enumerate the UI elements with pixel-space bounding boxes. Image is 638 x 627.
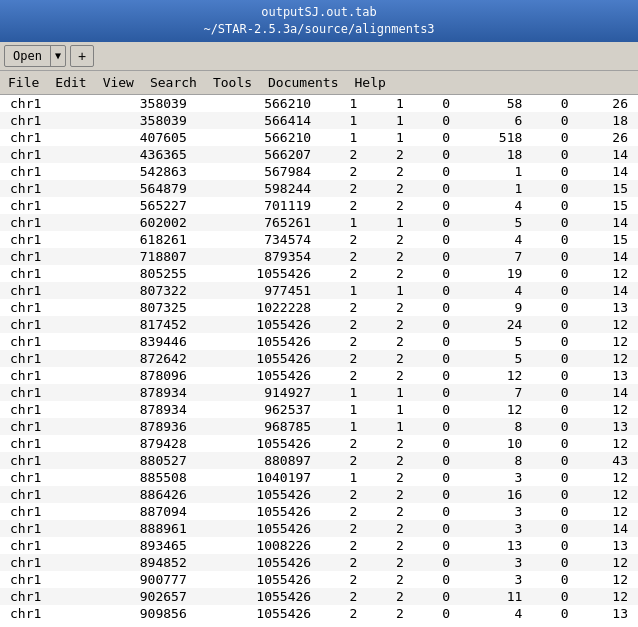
table-cell: chr1 (0, 129, 85, 146)
table-container[interactable]: chr135803956621011058026chr1358039566414… (0, 95, 638, 627)
table-cell: 0 (532, 282, 578, 299)
table-cell: 1 (321, 282, 367, 299)
table-cell: 1 (367, 282, 413, 299)
table-cell: 0 (532, 129, 578, 146)
table-cell: 807325 (85, 299, 196, 316)
table-cell: 0 (532, 384, 578, 401)
table-cell: 1 (367, 129, 413, 146)
table-cell: 13 (460, 537, 532, 554)
table-cell: 0 (532, 486, 578, 503)
table-cell: 1 (367, 418, 413, 435)
menu-item-documents[interactable]: Documents (260, 72, 346, 93)
table-cell: chr1 (0, 180, 85, 197)
open-button[interactable]: Open ▼ (4, 45, 66, 67)
table-cell: 885508 (85, 469, 196, 486)
table-row: chr188550810401971203012 (0, 469, 638, 486)
table-cell: chr1 (0, 537, 85, 554)
open-button-arrow[interactable]: ▼ (51, 46, 65, 66)
table-cell: 1 (321, 401, 367, 418)
table-cell: 1055426 (197, 350, 321, 367)
table-row: chr18789349149271107014 (0, 384, 638, 401)
menu-item-view[interactable]: View (95, 72, 142, 93)
menu-item-help[interactable]: Help (347, 72, 394, 93)
table-cell: 0 (414, 401, 460, 418)
table-cell: 734574 (197, 231, 321, 248)
table-cell: 1008226 (197, 537, 321, 554)
table-cell: 2 (321, 537, 367, 554)
table-cell: 1 (321, 129, 367, 146)
table-cell: 358039 (85, 95, 196, 112)
table-row: chr183944610554262205012 (0, 333, 638, 350)
open-button-label[interactable]: Open (5, 46, 51, 66)
table-cell: 567984 (197, 163, 321, 180)
table-cell: 0 (414, 248, 460, 265)
menu-item-file[interactable]: File (0, 72, 47, 93)
table-cell: 0 (414, 265, 460, 282)
table-cell: 5 (460, 350, 532, 367)
table-cell: 0 (532, 503, 578, 520)
table-cell: 26 (579, 129, 638, 146)
table-cell: 1055426 (197, 367, 321, 384)
table-cell: 436365 (85, 146, 196, 163)
table-cell: 839446 (85, 333, 196, 350)
table-cell: 0 (414, 95, 460, 112)
table-cell: 2 (321, 486, 367, 503)
table-cell: 2 (367, 197, 413, 214)
table-cell: 2 (367, 367, 413, 384)
table-cell: 4 (460, 231, 532, 248)
table-cell: chr1 (0, 520, 85, 537)
table-cell: 0 (414, 180, 460, 197)
table-cell: 0 (414, 197, 460, 214)
table-row: chr143636556620722018014 (0, 146, 638, 163)
table-cell: 1 (367, 384, 413, 401)
table-cell: 4 (460, 282, 532, 299)
table-cell: 1055426 (197, 265, 321, 282)
table-cell: 1055426 (197, 520, 321, 537)
title-filename: outputSJ.out.tab (8, 4, 630, 21)
table-cell: 7 (460, 248, 532, 265)
table-row: chr135803956621011058026 (0, 95, 638, 112)
table-cell: 1055426 (197, 571, 321, 588)
table-cell: 902657 (85, 588, 196, 605)
table-cell: 0 (532, 469, 578, 486)
table-cell: 0 (414, 571, 460, 588)
table-cell: 0 (532, 214, 578, 231)
new-tab-button[interactable]: + (70, 45, 94, 67)
table-cell: 817452 (85, 316, 196, 333)
table-cell: 26 (579, 95, 638, 112)
table-cell: 43 (579, 452, 638, 469)
table-cell: 12 (579, 588, 638, 605)
table-cell: 3 (460, 554, 532, 571)
menu-item-edit[interactable]: Edit (47, 72, 94, 93)
table-cell: chr1 (0, 163, 85, 180)
table-cell: 2 (321, 520, 367, 537)
table-cell: chr1 (0, 95, 85, 112)
menu-item-search[interactable]: Search (142, 72, 205, 93)
table-cell: 2 (321, 452, 367, 469)
menu-item-tools[interactable]: Tools (205, 72, 260, 93)
table-cell: 0 (414, 350, 460, 367)
table-row: chr187264210554262205012 (0, 350, 638, 367)
table-cell: 878096 (85, 367, 196, 384)
table-cell: 358039 (85, 112, 196, 129)
table-cell: 2 (321, 350, 367, 367)
table-cell: chr1 (0, 503, 85, 520)
table-cell: 878936 (85, 418, 196, 435)
table-row: chr190077710554262203012 (0, 571, 638, 588)
table-cell: 2 (321, 333, 367, 350)
table-cell: 12 (579, 554, 638, 571)
table-cell: 2 (321, 248, 367, 265)
table-cell: 7 (460, 384, 532, 401)
table-cell: 12 (460, 401, 532, 418)
table-cell: 12 (579, 350, 638, 367)
table-cell: chr1 (0, 605, 85, 622)
table-cell: 2 (321, 435, 367, 452)
table-cell: 0 (532, 95, 578, 112)
table-row: chr188709410554262203012 (0, 503, 638, 520)
table-cell: 24 (460, 316, 532, 333)
table-cell: 15 (579, 180, 638, 197)
table-cell: 1 (321, 384, 367, 401)
table-cell: 12 (579, 486, 638, 503)
table-cell: 12 (460, 367, 532, 384)
table-cell: 2 (367, 571, 413, 588)
